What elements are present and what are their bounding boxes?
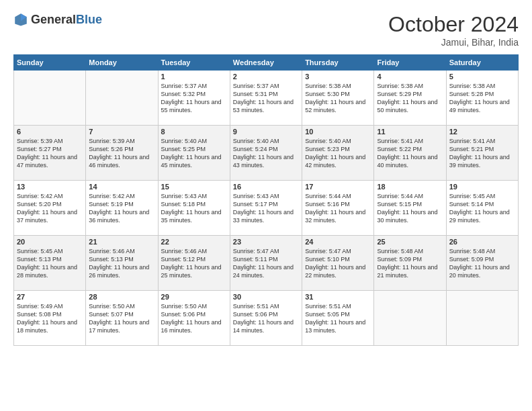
- day-number: 19: [449, 183, 515, 191]
- cell-info: Sunrise: 5:48 AM Sunset: 5:09 PM Dayligh…: [449, 247, 515, 280]
- day-number: 24: [305, 238, 371, 246]
- cell-info: Sunrise: 5:40 AM Sunset: 5:23 PM Dayligh…: [305, 137, 371, 170]
- calendar-cell: 17Sunrise: 5:44 AM Sunset: 5:16 PM Dayli…: [302, 181, 374, 236]
- cell-info: Sunrise: 5:37 AM Sunset: 5:31 PM Dayligh…: [233, 82, 299, 115]
- cell-info: Sunrise: 5:42 AM Sunset: 5:20 PM Dayligh…: [17, 192, 83, 225]
- day-number: 4: [377, 73, 443, 81]
- day-number: 3: [305, 73, 371, 81]
- day-number: 17: [305, 183, 371, 191]
- calendar-cell: 30Sunrise: 5:51 AM Sunset: 5:06 PM Dayli…: [230, 291, 302, 346]
- cell-info: Sunrise: 5:47 AM Sunset: 5:11 PM Dayligh…: [233, 247, 299, 280]
- cell-info: Sunrise: 5:44 AM Sunset: 5:16 PM Dayligh…: [305, 192, 371, 225]
- cell-info: Sunrise: 5:41 AM Sunset: 5:21 PM Dayligh…: [449, 137, 515, 170]
- day-number: 12: [449, 128, 515, 136]
- calendar-body: 1Sunrise: 5:37 AM Sunset: 5:32 PM Daylig…: [14, 71, 519, 346]
- calendar-cell: 5Sunrise: 5:38 AM Sunset: 5:28 PM Daylig…: [446, 71, 518, 126]
- day-number: 16: [233, 183, 299, 191]
- day-number: 7: [89, 128, 154, 136]
- cell-info: Sunrise: 5:49 AM Sunset: 5:08 PM Dayligh…: [17, 302, 83, 335]
- cell-info: Sunrise: 5:44 AM Sunset: 5:15 PM Dayligh…: [377, 192, 443, 225]
- page: GeneralBlue October 2024 Jamui, Bihar, I…: [0, 0, 532, 411]
- day-number: 21: [89, 238, 154, 246]
- cell-info: Sunrise: 5:42 AM Sunset: 5:19 PM Dayligh…: [89, 192, 154, 225]
- day-number: 5: [449, 73, 515, 81]
- calendar-cell: 20Sunrise: 5:45 AM Sunset: 5:13 PM Dayli…: [14, 236, 86, 291]
- calendar-cell: 9Sunrise: 5:40 AM Sunset: 5:24 PM Daylig…: [230, 126, 302, 181]
- calendar-cell: 22Sunrise: 5:46 AM Sunset: 5:12 PM Dayli…: [158, 236, 230, 291]
- day-number: 29: [161, 293, 227, 301]
- day-number: 25: [377, 238, 443, 246]
- weekday-friday: Friday: [374, 55, 446, 71]
- day-number: 31: [305, 293, 371, 301]
- calendar-cell: 10Sunrise: 5:40 AM Sunset: 5:23 PM Dayli…: [302, 126, 374, 181]
- cell-info: Sunrise: 5:39 AM Sunset: 5:26 PM Dayligh…: [89, 137, 154, 170]
- day-number: 1: [161, 73, 227, 81]
- calendar-cell: 16Sunrise: 5:43 AM Sunset: 5:17 PM Dayli…: [230, 181, 302, 236]
- calendar-cell: 24Sunrise: 5:47 AM Sunset: 5:10 PM Dayli…: [302, 236, 374, 291]
- logo-text: GeneralBlue: [31, 13, 102, 27]
- calendar-cell: 27Sunrise: 5:49 AM Sunset: 5:08 PM Dayli…: [14, 291, 86, 346]
- logo: GeneralBlue: [13, 12, 102, 27]
- cell-info: Sunrise: 5:40 AM Sunset: 5:24 PM Dayligh…: [233, 137, 299, 170]
- weekday-header: SundayMondayTuesdayWednesdayThursdayFrid…: [14, 55, 519, 71]
- cell-info: Sunrise: 5:39 AM Sunset: 5:27 PM Dayligh…: [17, 137, 83, 170]
- month-title: October 2024: [388, 12, 519, 37]
- calendar-cell: 14Sunrise: 5:42 AM Sunset: 5:19 PM Dayli…: [86, 181, 158, 236]
- cell-info: Sunrise: 5:41 AM Sunset: 5:22 PM Dayligh…: [377, 137, 443, 170]
- calendar-cell: 2Sunrise: 5:37 AM Sunset: 5:31 PM Daylig…: [230, 71, 302, 126]
- weekday-wednesday: Wednesday: [230, 55, 302, 71]
- weekday-thursday: Thursday: [302, 55, 374, 71]
- weekday-saturday: Saturday: [446, 55, 518, 71]
- calendar-cell: 7Sunrise: 5:39 AM Sunset: 5:26 PM Daylig…: [86, 126, 158, 181]
- weekday-tuesday: Tuesday: [158, 55, 230, 71]
- cell-info: Sunrise: 5:38 AM Sunset: 5:29 PM Dayligh…: [377, 82, 443, 115]
- day-number: 22: [161, 238, 227, 246]
- calendar-cell: 21Sunrise: 5:46 AM Sunset: 5:13 PM Dayli…: [86, 236, 158, 291]
- day-number: 18: [377, 183, 443, 191]
- day-number: 8: [161, 128, 227, 136]
- calendar-week-4: 27Sunrise: 5:49 AM Sunset: 5:08 PM Dayli…: [14, 291, 519, 346]
- calendar-week-0: 1Sunrise: 5:37 AM Sunset: 5:32 PM Daylig…: [14, 71, 519, 126]
- calendar: SundayMondayTuesdayWednesdayThursdayFrid…: [13, 54, 519, 346]
- day-number: 23: [233, 238, 299, 246]
- calendar-cell: 18Sunrise: 5:44 AM Sunset: 5:15 PM Dayli…: [374, 181, 446, 236]
- calendar-cell: 23Sunrise: 5:47 AM Sunset: 5:11 PM Dayli…: [230, 236, 302, 291]
- header: GeneralBlue October 2024 Jamui, Bihar, I…: [13, 12, 519, 48]
- day-number: 26: [449, 238, 515, 246]
- weekday-sunday: Sunday: [14, 55, 86, 71]
- cell-info: Sunrise: 5:46 AM Sunset: 5:12 PM Dayligh…: [161, 247, 227, 280]
- calendar-cell: 6Sunrise: 5:39 AM Sunset: 5:27 PM Daylig…: [14, 126, 86, 181]
- calendar-cell: 19Sunrise: 5:45 AM Sunset: 5:14 PM Dayli…: [446, 181, 518, 236]
- weekday-monday: Monday: [86, 55, 158, 71]
- cell-info: Sunrise: 5:48 AM Sunset: 5:09 PM Dayligh…: [377, 247, 443, 280]
- calendar-cell: 25Sunrise: 5:48 AM Sunset: 5:09 PM Dayli…: [374, 236, 446, 291]
- calendar-cell: 29Sunrise: 5:50 AM Sunset: 5:06 PM Dayli…: [158, 291, 230, 346]
- cell-info: Sunrise: 5:45 AM Sunset: 5:14 PM Dayligh…: [449, 192, 515, 225]
- calendar-week-2: 13Sunrise: 5:42 AM Sunset: 5:20 PM Dayli…: [14, 181, 519, 236]
- day-number: 6: [17, 128, 83, 136]
- cell-info: Sunrise: 5:43 AM Sunset: 5:18 PM Dayligh…: [161, 192, 227, 225]
- logo-blue: Blue: [76, 13, 102, 26]
- day-number: 10: [305, 128, 371, 136]
- cell-info: Sunrise: 5:46 AM Sunset: 5:13 PM Dayligh…: [89, 247, 154, 280]
- logo-general: General: [31, 13, 76, 26]
- calendar-week-1: 6Sunrise: 5:39 AM Sunset: 5:27 PM Daylig…: [14, 126, 519, 181]
- logo-icon: [13, 12, 28, 27]
- calendar-cell: 1Sunrise: 5:37 AM Sunset: 5:32 PM Daylig…: [158, 71, 230, 126]
- calendar-cell: 31Sunrise: 5:51 AM Sunset: 5:05 PM Dayli…: [302, 291, 374, 346]
- cell-info: Sunrise: 5:51 AM Sunset: 5:05 PM Dayligh…: [305, 302, 371, 335]
- calendar-cell: [14, 71, 86, 126]
- calendar-cell: [86, 71, 158, 126]
- day-number: 30: [233, 293, 299, 301]
- day-number: 2: [233, 73, 299, 81]
- location: Jamui, Bihar, India: [388, 37, 519, 48]
- day-number: 13: [17, 183, 83, 191]
- cell-info: Sunrise: 5:51 AM Sunset: 5:06 PM Dayligh…: [233, 302, 299, 335]
- cell-info: Sunrise: 5:43 AM Sunset: 5:17 PM Dayligh…: [233, 192, 299, 225]
- calendar-cell: 12Sunrise: 5:41 AM Sunset: 5:21 PM Dayli…: [446, 126, 518, 181]
- cell-info: Sunrise: 5:50 AM Sunset: 5:07 PM Dayligh…: [89, 302, 154, 335]
- day-number: 11: [377, 128, 443, 136]
- cell-info: Sunrise: 5:40 AM Sunset: 5:25 PM Dayligh…: [161, 137, 227, 170]
- calendar-cell: [446, 291, 518, 346]
- calendar-cell: 15Sunrise: 5:43 AM Sunset: 5:18 PM Dayli…: [158, 181, 230, 236]
